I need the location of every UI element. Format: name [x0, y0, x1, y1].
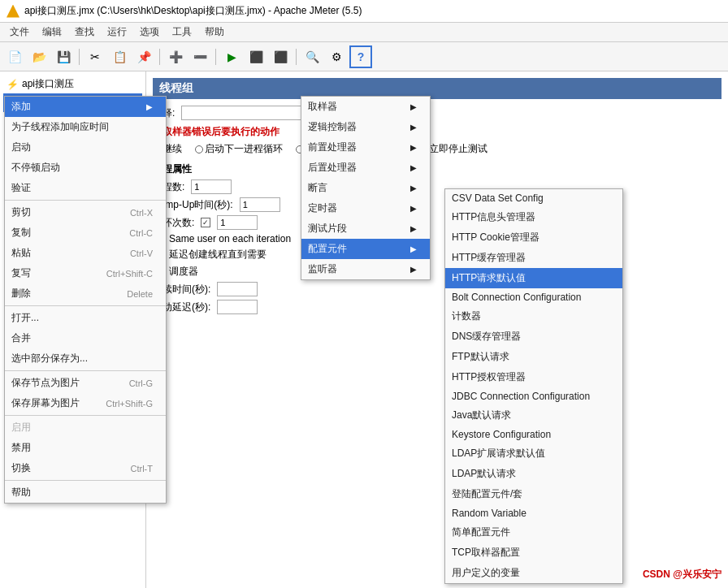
ctx-start[interactable]: 启动: [5, 137, 166, 158]
ctx-pre-proc[interactable]: 前置处理器 ▶: [301, 137, 430, 158]
ctx-disable[interactable]: 禁用: [5, 438, 166, 458]
toolbar-paste[interactable]: 📌: [132, 45, 155, 68]
tree-item-root[interactable]: ⚡ api接口测压: [3, 75, 142, 93]
tg-startdelay-input[interactable]: [217, 300, 258, 314]
tg-sameuser-row: Same user on each iteration: [153, 233, 722, 244]
menu-file[interactable]: 文件: [3, 24, 36, 41]
ctx-csv[interactable]: CSV Data Set Config: [445, 189, 622, 207]
ctx-jdbc[interactable]: JDBC Connection Configuration: [445, 387, 622, 405]
ctx-copy[interactable]: 复制 Ctrl-C: [5, 223, 166, 243]
tg-section-error: 在取样器错误后要执行的动作: [153, 125, 722, 139]
toolbar-remove[interactable]: ➖: [188, 45, 211, 68]
ctx-saveas[interactable]: 选中部分保存为...: [5, 348, 166, 369]
ctx-bolt[interactable]: Bolt Connection Configuration: [445, 288, 622, 306]
ctx-duplicate-label: 复写: [11, 266, 31, 280]
toolbar-stop2[interactable]: ⬛: [269, 45, 292, 68]
tg-numthreads-input[interactable]: [191, 179, 232, 194]
menu-tools[interactable]: 工具: [166, 24, 198, 41]
ctx-cut[interactable]: 剪切 Ctrl-X: [5, 202, 166, 223]
ctx-java-defaults[interactable]: Java默认请求: [445, 405, 622, 426]
toolbar-help[interactable]: ?: [349, 45, 372, 68]
ctx-test-fragment[interactable]: 测试片段 ▶: [301, 218, 430, 239]
ctx-merge[interactable]: 合并: [5, 328, 166, 348]
menu-options[interactable]: 选项: [133, 24, 166, 41]
ctx-login-config[interactable]: 登陆配置元件/套: [445, 484, 622, 504]
ctx-random-var[interactable]: Random Variable: [445, 504, 622, 522]
ctx-open[interactable]: 打开...: [5, 308, 166, 328]
radio-next-loop[interactable]: 启动下一进程循环: [195, 142, 283, 156]
ctx-http-defaults[interactable]: HTTP请求默认值: [445, 268, 622, 288]
tg-delayed-label: 延迟创建线程直到需要: [169, 248, 266, 262]
ctx-tcp-sampler[interactable]: TCP取样器配置: [445, 543, 622, 563]
ctx-http-cache-label: HTTP缓存管理器: [452, 251, 526, 265]
ctx-assertion-arrow: ▶: [410, 184, 417, 192]
ctx-user-defined[interactable]: 用户定义的变量: [445, 563, 622, 583]
menu-run[interactable]: 运行: [101, 24, 133, 41]
ctx-paste[interactable]: 粘贴 Ctrl-V: [5, 243, 166, 263]
menu-help[interactable]: 帮助: [198, 24, 231, 41]
tg-ramptime-input[interactable]: [240, 197, 280, 212]
ctx-validate[interactable]: 验证: [5, 178, 166, 198]
ctx-start-nopause-label: 不停顿启动: [11, 161, 60, 175]
ctx-post-proc[interactable]: 后置处理器 ▶: [301, 158, 430, 178]
context-menu-config[interactable]: CSV Data Set Config HTTP信息头管理器 HTTP Cook…: [444, 188, 623, 584]
toolbar-save[interactable]: 💾: [52, 45, 75, 68]
ctx-add[interactable]: 添加 ▶: [5, 97, 166, 117]
toolbar-open[interactable]: 📂: [28, 45, 50, 68]
ctx-delete[interactable]: 删除 Delete: [5, 283, 166, 304]
toolbar-add[interactable]: ➕: [164, 45, 187, 68]
menu-edit[interactable]: 编辑: [36, 24, 68, 41]
context-menu-main[interactable]: 添加 ▶ 为子线程添加响应时间 启动 不停顿启动 验证 剪切 Ctrl-X 复制…: [4, 96, 167, 504]
tg-radio-row: 继续 启动下一进程循环 停止线程 停止测试 立即停止测试: [153, 142, 722, 156]
tg-sameuser-label: Same user on each iteration: [169, 233, 291, 244]
ctx-config-elem[interactable]: 配置元件 ▶: [301, 239, 430, 259]
ctx-ftp-defaults[interactable]: FTP默认请求: [445, 347, 622, 367]
ctx-test-fragment-arrow: ▶: [410, 224, 417, 233]
ctx-duplicate[interactable]: 复写 Ctrl+Shift-C: [5, 263, 166, 283]
ctx-ldap-ext[interactable]: LDAP扩展请求默认值: [445, 443, 622, 464]
ctx-dns-cache[interactable]: DNS缓存管理器: [445, 326, 622, 347]
context-menu-add[interactable]: 取样器 ▶ 逻辑控制器 ▶ 前置处理器 ▶ 后置处理器 ▶ 断言 ▶ 定时器 ▶…: [301, 96, 431, 280]
ctx-logic-ctrl[interactable]: 逻辑控制器 ▶: [301, 117, 430, 137]
ctx-add-response[interactable]: 为子线程添加响应时间: [5, 117, 166, 137]
ctx-copy-label: 复制: [11, 226, 31, 240]
ctx-config-elem-arrow: ▶: [410, 244, 417, 253]
ctx-sampler[interactable]: 取样器 ▶: [301, 97, 430, 117]
ctx-save-node-img-shortcut: Ctrl-G: [129, 378, 153, 388]
ctx-assertion[interactable]: 断言 ▶: [301, 178, 430, 198]
ctx-listener[interactable]: 监听器 ▶: [301, 259, 430, 279]
ctx-simple-config[interactable]: 简单配置元件: [445, 522, 622, 543]
toolbar-new[interactable]: 📄: [3, 45, 26, 68]
ctx-duplicate-shortcut: Ctrl+Shift-C: [106, 269, 153, 279]
ctx-keystore[interactable]: Keystore Configuration: [445, 426, 622, 443]
ctx-http-header[interactable]: HTTP信息头管理器: [445, 207, 622, 227]
ctx-http-cache[interactable]: HTTP缓存管理器: [445, 248, 622, 268]
tg-duration-input[interactable]: [217, 282, 258, 296]
ctx-disable-label: 禁用: [11, 441, 31, 455]
ctx-add-label: 添加: [11, 100, 31, 114]
toolbar-cut[interactable]: ✂: [84, 45, 106, 68]
ctx-http-cookie[interactable]: HTTP Cookie管理器: [445, 227, 622, 248]
ctx-counter[interactable]: 计数器: [445, 306, 622, 326]
toolbar-stop[interactable]: ⬛: [245, 45, 267, 68]
tg-loop-infinite-check[interactable]: [201, 218, 210, 227]
ctx-save-screen-img[interactable]: 保存屏幕为图片 Ctrl+Shift-G: [5, 393, 166, 413]
toolbar-copy[interactable]: 📋: [108, 45, 131, 68]
ctx-ldap-defaults[interactable]: LDAP默认请求: [445, 464, 622, 484]
toolbar-search[interactable]: 🔍: [301, 45, 323, 68]
ctx-toggle[interactable]: 切换 Ctrl-T: [5, 458, 166, 478]
ctx-logic-ctrl-arrow: ▶: [410, 123, 417, 132]
toolbar-settings[interactable]: ⚙: [325, 45, 348, 68]
ctx-help[interactable]: 帮助: [5, 482, 166, 503]
tg-loop-input[interactable]: [217, 215, 258, 230]
ctx-save-node-img[interactable]: 保存节点为图片 Ctrl-G: [5, 373, 166, 393]
menu-find[interactable]: 查找: [68, 24, 101, 41]
ctx-bolt-label: Bolt Connection Configuration: [452, 292, 581, 303]
toolbar-start[interactable]: ▶: [220, 45, 243, 68]
ctx-open-label: 打开...: [11, 311, 39, 325]
ctx-enable: 启用: [5, 417, 166, 438]
ctx-save-screen-img-shortcut: Ctrl+Shift-G: [106, 399, 153, 409]
ctx-http-auth[interactable]: HTTP授权管理器: [445, 367, 622, 387]
ctx-start-nopause[interactable]: 不停顿启动: [5, 158, 166, 178]
ctx-timer[interactable]: 定时器 ▶: [301, 198, 430, 218]
